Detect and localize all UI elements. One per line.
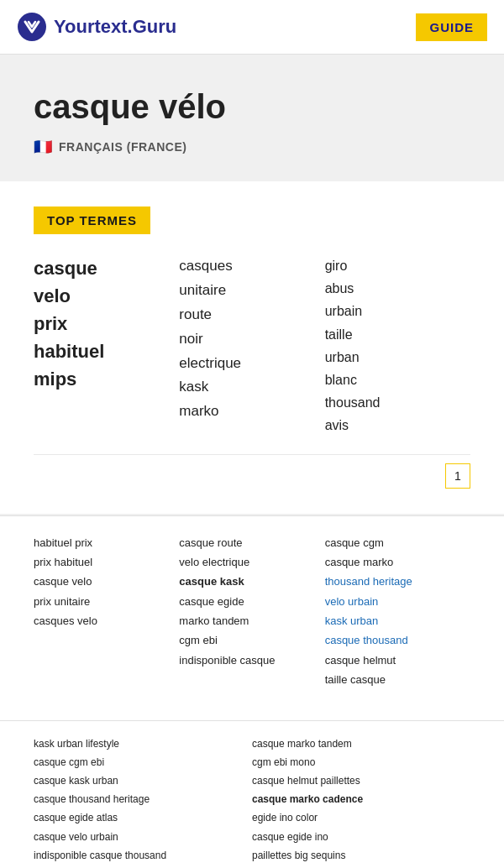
header: Yourtext.Guru GUIDE	[0, 0, 504, 55]
list-item: avis	[325, 414, 462, 437]
list-item: casques	[179, 254, 316, 279]
list-item: casque helmut	[325, 651, 470, 670]
list-item: casque kask	[179, 572, 324, 591]
list-item: casque thousand heritage	[34, 790, 252, 808]
list-item: casque cgm ebi	[34, 753, 252, 771]
list-item: urbain	[325, 300, 462, 322]
list-item: indisponible casque thousand	[34, 846, 252, 865]
list-item: abus	[325, 277, 462, 300]
list-item-link[interactable]: kask urban	[325, 611, 470, 630]
list-item-link[interactable]: thousand heritage	[325, 572, 470, 591]
list-item: kask urban lifestyle	[34, 735, 252, 753]
list-item: prix	[34, 310, 171, 337]
list-item: prix habituel	[34, 552, 179, 572]
list-item: noir	[179, 327, 316, 352]
list-item: casque egide atlas	[34, 808, 252, 827]
list-item: casque marko	[325, 552, 470, 572]
list-item: paillettes big sequins	[252, 846, 470, 865]
list-item: casque velo urbain	[34, 828, 252, 846]
list-item: prix unitaire	[34, 592, 179, 611]
terms-grid: casque velo prix habituel mips casques u…	[34, 254, 470, 437]
list-item: velo	[34, 282, 171, 310]
list-item: casque egide	[179, 592, 324, 611]
hero-section: casque vélo 🇫🇷 FRANÇAIS (FRANCE)	[0, 55, 504, 181]
list-item: casque egide ino	[252, 828, 470, 846]
list-item: casque helmut paillettes	[252, 771, 470, 790]
phrase-grid: kask urban lifestyle casque cgm ebi casq…	[34, 735, 470, 868]
list-item: velo electrique	[179, 552, 324, 572]
list-item: taille casque	[325, 670, 470, 689]
keyword-col-2: casque route velo electrique casque kask…	[179, 533, 324, 690]
list-item: urban	[325, 346, 462, 369]
logo-icon	[17, 12, 47, 42]
page-number[interactable]: 1	[445, 463, 470, 489]
list-item: marko	[179, 400, 316, 424]
list-item: taille	[325, 323, 462, 346]
list-item: blanc	[325, 369, 462, 391]
phrase-section: kask urban lifestyle casque cgm ebi casq…	[0, 720, 504, 868]
list-item: marko tandem	[179, 611, 324, 630]
list-item: casque route	[179, 533, 324, 552]
terms-col-3: giro abus urbain taille urban blanc thou…	[325, 254, 470, 437]
list-item: kask	[179, 375, 316, 400]
terms-col-1: casque velo prix habituel mips	[34, 254, 179, 437]
list-item: cgm ebi	[179, 630, 324, 650]
list-item: egide ino color	[252, 808, 470, 827]
list-item: casques velo	[34, 611, 179, 630]
keyword-col-1: habituel prix prix habituel casque velo …	[34, 533, 179, 690]
pagination: 1	[34, 454, 470, 497]
logo-area: Yourtext.Guru	[17, 12, 176, 42]
list-item: mips	[34, 365, 171, 393]
list-item: prix unitaire casque	[34, 865, 252, 868]
phrase-col-2: casque marko tandem cgm ebi mono casque …	[252, 735, 470, 868]
logo-text: Yourtext.Guru	[54, 16, 176, 38]
top-termes-section: TOP TERMES casque velo prix habituel mip…	[0, 181, 504, 514]
list-item: casque velo	[34, 572, 179, 591]
keyword-col-3: casque cgm casque marko thousand heritag…	[325, 533, 470, 690]
list-item: unitaire	[179, 279, 316, 303]
page-title: casque vélo	[34, 88, 470, 126]
list-item: electrique	[179, 352, 316, 376]
list-item: habituel	[34, 337, 171, 365]
list-item: casque marko tandem	[252, 735, 470, 753]
list-item: route	[179, 303, 316, 327]
list-item: casque kask urban	[34, 771, 252, 790]
list-item: casque cgm	[325, 533, 470, 552]
list-item: thousand	[325, 391, 462, 414]
keyword-grid: habituel prix prix habituel casque velo …	[34, 533, 470, 690]
phrase-col-1: kask urban lifestyle casque cgm ebi casq…	[34, 735, 252, 868]
list-item: casque marko cadence	[252, 790, 470, 808]
list-item: giro	[325, 254, 462, 277]
list-item: helmut paillettes big	[252, 865, 470, 868]
list-item: indisponible casque	[179, 651, 324, 670]
guide-button[interactable]: GUIDE	[416, 13, 487, 41]
list-item: cgm ebi mono	[252, 753, 470, 771]
language-label: FRANÇAIS (FRANCE)	[59, 140, 186, 154]
flag-icon: 🇫🇷	[34, 138, 52, 156]
list-item-link[interactable]: casque thousand	[325, 630, 470, 650]
list-item: casque	[34, 254, 171, 282]
list-item-link[interactable]: velo urbain	[325, 592, 470, 611]
list-item: habituel prix	[34, 533, 179, 552]
keyword-rows-section: habituel prix prix habituel casque velo …	[0, 515, 504, 720]
top-termes-badge: TOP TERMES	[34, 207, 150, 234]
terms-col-2: casques unitaire route noir electrique k…	[179, 254, 324, 437]
language-row: 🇫🇷 FRANÇAIS (FRANCE)	[34, 138, 470, 156]
